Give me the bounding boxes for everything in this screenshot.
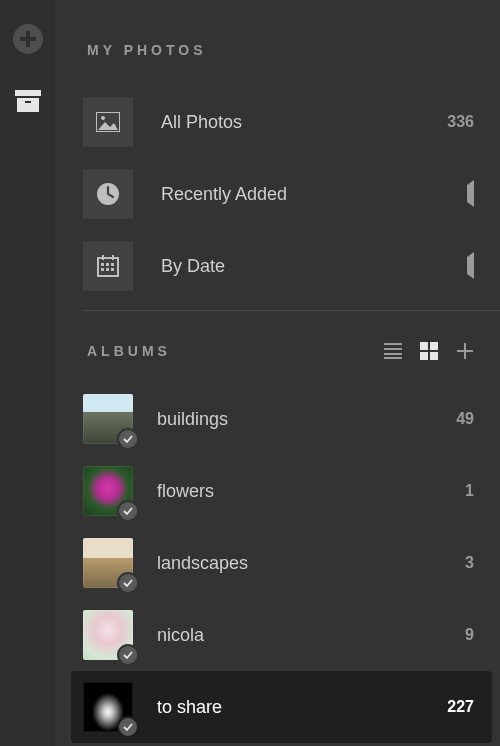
app-root: MY PHOTOS All Photos 336 bbox=[0, 0, 500, 746]
image-icon bbox=[83, 97, 133, 147]
album-count: 227 bbox=[447, 698, 474, 716]
svg-rect-20 bbox=[384, 353, 402, 355]
collapse-chevron-icon bbox=[454, 185, 474, 203]
album-buildings[interactable]: buildings 49 bbox=[55, 383, 500, 455]
myphotos-all-photos[interactable]: All Photos 336 bbox=[55, 86, 500, 158]
svg-rect-2 bbox=[20, 37, 36, 41]
list-view-icon bbox=[384, 343, 402, 359]
album-label: flowers bbox=[157, 481, 441, 502]
svg-rect-22 bbox=[420, 342, 428, 350]
synced-badge-icon bbox=[117, 500, 139, 522]
synced-badge-icon bbox=[117, 716, 139, 738]
myphotos-title: MY PHOTOS bbox=[87, 42, 207, 58]
album-label: landscapes bbox=[157, 553, 441, 574]
album-thumb bbox=[83, 682, 133, 732]
synced-badge-icon bbox=[117, 428, 139, 450]
myphotos-header: MY PHOTOS bbox=[55, 36, 500, 64]
album-label: nicola bbox=[157, 625, 441, 646]
grid-view-button[interactable] bbox=[420, 342, 438, 360]
svg-rect-21 bbox=[384, 357, 402, 359]
left-rail bbox=[0, 0, 55, 746]
album-count: 9 bbox=[465, 626, 474, 644]
svg-rect-25 bbox=[430, 352, 438, 360]
synced-badge-icon bbox=[117, 572, 139, 594]
svg-rect-16 bbox=[106, 268, 109, 271]
album-flowers[interactable]: flowers 1 bbox=[55, 455, 500, 527]
calendar-icon bbox=[83, 241, 133, 291]
album-thumb bbox=[83, 610, 133, 660]
svg-rect-10 bbox=[102, 255, 104, 260]
collapse-chevron-icon bbox=[454, 257, 474, 275]
svg-rect-11 bbox=[112, 255, 114, 260]
album-nicola[interactable]: nicola 9 bbox=[55, 599, 500, 671]
row-label: By Date bbox=[161, 256, 426, 277]
svg-rect-15 bbox=[101, 268, 104, 271]
row-label: All Photos bbox=[161, 112, 419, 133]
row-label: Recently Added bbox=[161, 184, 426, 205]
svg-rect-19 bbox=[384, 348, 402, 350]
album-label: buildings bbox=[157, 409, 432, 430]
archive-button[interactable] bbox=[15, 90, 41, 112]
album-count: 49 bbox=[456, 410, 474, 428]
album-thumb bbox=[83, 394, 133, 444]
add-button[interactable] bbox=[13, 24, 43, 54]
myphotos-recently-added[interactable]: Recently Added bbox=[55, 158, 500, 230]
svg-point-7 bbox=[101, 116, 105, 120]
section-divider bbox=[83, 310, 500, 311]
archive-icon bbox=[15, 90, 41, 112]
clock-icon bbox=[83, 169, 133, 219]
svg-rect-12 bbox=[101, 263, 104, 266]
svg-rect-13 bbox=[106, 263, 109, 266]
myphotos-list: All Photos 336 Recently Added bbox=[55, 86, 500, 302]
myphotos-by-date[interactable]: By Date bbox=[55, 230, 500, 302]
album-to-share[interactable]: to share 227 bbox=[71, 671, 492, 743]
svg-rect-27 bbox=[457, 350, 473, 352]
album-landscapes[interactable]: landscapes 3 bbox=[55, 527, 500, 599]
sidebar-panel: MY PHOTOS All Photos 336 bbox=[55, 0, 500, 746]
svg-rect-18 bbox=[384, 343, 402, 345]
list-view-button[interactable] bbox=[384, 343, 402, 359]
grid-view-icon bbox=[420, 342, 438, 360]
album-count: 1 bbox=[465, 482, 474, 500]
albums-header: ALBUMS bbox=[55, 337, 500, 365]
plus-icon bbox=[13, 24, 43, 54]
album-thumb bbox=[83, 538, 133, 588]
albums-list: buildings 49 flowers 1 bbox=[55, 383, 500, 743]
albums-header-actions bbox=[384, 342, 474, 360]
svg-rect-5 bbox=[25, 101, 31, 103]
album-count: 3 bbox=[465, 554, 474, 572]
svg-rect-14 bbox=[111, 263, 114, 266]
svg-rect-4 bbox=[17, 98, 39, 112]
svg-rect-24 bbox=[420, 352, 428, 360]
svg-rect-23 bbox=[430, 342, 438, 350]
svg-rect-3 bbox=[15, 90, 41, 96]
plus-icon bbox=[456, 342, 474, 360]
synced-badge-icon bbox=[117, 644, 139, 666]
album-thumb bbox=[83, 466, 133, 516]
album-label: to share bbox=[157, 697, 423, 718]
new-album-button[interactable] bbox=[456, 342, 474, 360]
svg-rect-17 bbox=[111, 268, 114, 271]
row-count: 336 bbox=[447, 113, 474, 131]
albums-title: ALBUMS bbox=[87, 343, 171, 359]
svg-rect-9 bbox=[98, 258, 118, 276]
